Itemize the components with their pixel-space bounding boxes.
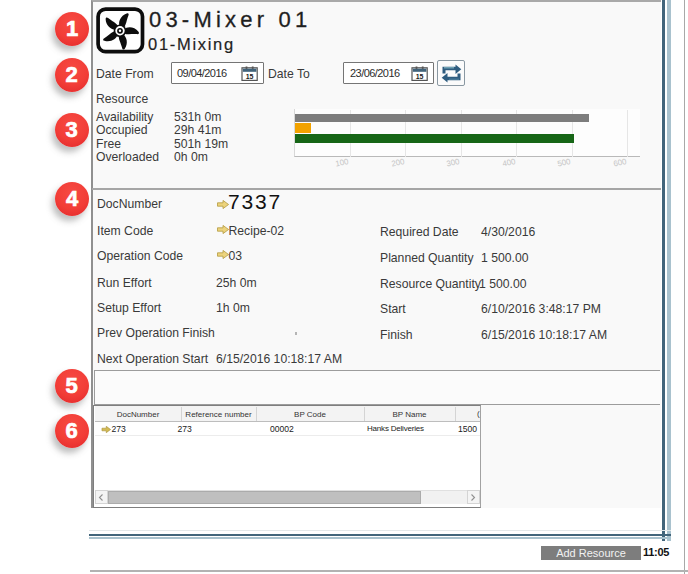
- svg-text:15: 15: [416, 73, 424, 80]
- svg-text:15: 15: [246, 73, 254, 80]
